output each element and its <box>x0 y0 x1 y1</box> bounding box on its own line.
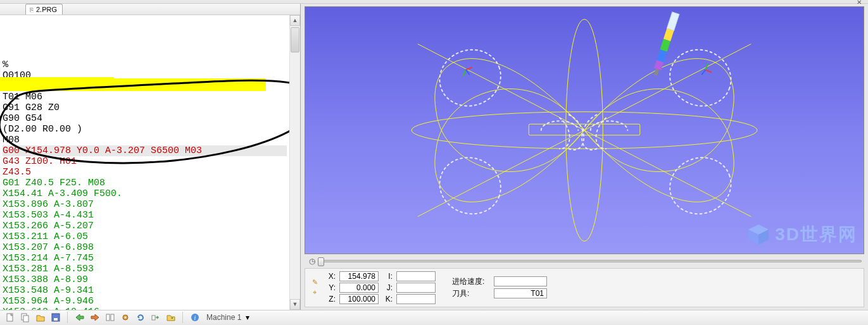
code-line[interactable]: X153.211 A-6.05 <box>3 231 287 242</box>
folder-send-icon[interactable] <box>165 311 177 324</box>
code-line[interactable]: X153.964 A-9.946 <box>3 296 287 307</box>
editor-tab-bar: ⎘ 2.PRG <box>0 4 300 15</box>
value-z: 100.000 <box>339 294 379 304</box>
copy-icon[interactable] <box>19 311 32 324</box>
readout-icons: ✎ ⌖ <box>310 278 319 297</box>
code-line[interactable]: X153.548 A-9.341 <box>3 285 287 296</box>
value-i <box>396 271 436 281</box>
svg-rect-32 <box>111 314 114 321</box>
code-line[interactable]: X153.612 A-10.416 <box>3 307 287 310</box>
status-bar: i Machine 1 ▾ <box>0 310 868 325</box>
value-tool: T01 <box>494 288 547 298</box>
setup-icon[interactable] <box>119 311 132 324</box>
save-icon[interactable] <box>49 311 62 324</box>
code-line[interactable]: G40 G49 G90 G54 G80 <box>3 81 287 92</box>
svg-point-7 <box>432 41 509 114</box>
window-top-strip: ✕ <box>0 0 868 4</box>
code-line[interactable]: X153.388 A-8.99 <box>3 274 287 285</box>
dropdown-icon[interactable]: ▾ <box>244 311 251 324</box>
compare-icon[interactable] <box>104 311 116 324</box>
code-line[interactable]: O0100 <box>3 70 287 81</box>
pin-icon: ⎘ <box>30 6 34 13</box>
viewport-scene <box>305 7 864 254</box>
label-z: Z: <box>325 295 336 304</box>
gcode-editor[interactable]: %O0100G40 G49 G90 G54 G80T01 M06G91 G28 … <box>0 15 289 310</box>
machine-label: Machine 1 <box>206 313 241 322</box>
code-line[interactable]: X153.214 A-7.745 <box>3 253 287 264</box>
origin-icon: ⌖ <box>310 288 319 297</box>
value-y: 0.000 <box>339 283 379 293</box>
editor-tab[interactable]: ⎘ 2.PRG <box>25 4 63 15</box>
code-line[interactable]: % <box>3 59 287 70</box>
svg-point-9 <box>432 149 509 223</box>
receive-icon[interactable] <box>89 311 101 324</box>
value-j <box>396 283 436 293</box>
editor-scrollbar[interactable]: ▲ ▼ <box>289 15 300 310</box>
svg-rect-17 <box>667 12 679 31</box>
svg-rect-22 <box>654 69 660 76</box>
tab-label: 2.PRG <box>36 6 57 13</box>
send-icon[interactable] <box>73 311 86 324</box>
timeline-thumb[interactable] <box>318 257 324 266</box>
svg-rect-18 <box>664 28 674 41</box>
value-k <box>396 294 436 304</box>
code-line[interactable]: G01 Z40.5 F25. M08 <box>3 178 287 188</box>
code-line[interactable]: Z43.5 <box>3 167 287 178</box>
code-wrap: %O0100G40 G49 G90 G54 G80T01 M06G91 G28 … <box>0 15 300 310</box>
code-line[interactable]: X153.503 A-4.431 <box>3 210 287 221</box>
panel-close-icon[interactable]: ✕ <box>857 0 865 5</box>
code-line[interactable]: X153.207 A-6.898 <box>3 242 287 253</box>
svg-rect-28 <box>23 316 28 322</box>
coordinate-readout: ✎ ⌖ X: 154.978 I: Y: 0.000 J: Z: 100.000… <box>305 268 864 307</box>
open-icon[interactable] <box>34 311 47 324</box>
svg-text:i: i <box>194 314 196 321</box>
code-line[interactable]: X153.896 A-3.807 <box>3 199 287 210</box>
transfer-icon[interactable] <box>149 311 162 324</box>
timeline-slider[interactable] <box>321 260 862 262</box>
scroll-down-icon[interactable]: ▼ <box>290 299 300 310</box>
svg-line-14 <box>705 70 712 72</box>
svg-rect-19 <box>660 39 670 51</box>
svg-rect-35 <box>152 316 155 320</box>
tool-icon: ✎ <box>310 278 319 287</box>
code-line[interactable]: G43 Z100. H01 <box>3 156 287 167</box>
timeline-slider-row: ◷ <box>301 255 868 267</box>
label-feedrate: 进给速度: <box>452 276 490 287</box>
label-i: I: <box>382 272 393 281</box>
info-icon[interactable]: i <box>189 311 201 324</box>
code-line[interactable]: X153.281 A-8.593 <box>3 264 287 274</box>
value-x: 154.978 <box>339 271 379 281</box>
svg-rect-31 <box>106 314 110 321</box>
label-tool: 刀具: <box>452 288 490 299</box>
code-line[interactable]: (D2.00 R0.00 ) <box>3 124 287 135</box>
main-split: ⎘ 2.PRG %O0100G40 G49 G90 G54 G80T01 M06… <box>0 4 868 310</box>
scroll-up-icon[interactable]: ▲ <box>290 15 300 26</box>
svg-point-8 <box>662 41 739 114</box>
code-line[interactable]: T01 M06 <box>3 92 287 102</box>
code-line[interactable]: X153.266 A-5.207 <box>3 221 287 231</box>
label-k: K: <box>382 295 393 304</box>
simulation-panel: 3D世界网 ◷ ✎ ⌖ X: 154.978 I: Y: 0.000 J: <box>301 4 868 310</box>
code-line[interactable]: G00 X154.978 Y0.0 A-3.207 S6500 M03 <box>3 145 287 156</box>
clock-icon: ◷ <box>307 256 317 266</box>
svg-line-12 <box>463 70 466 76</box>
label-x: X: <box>325 272 336 281</box>
svg-rect-6 <box>529 124 640 135</box>
scroll-track[interactable] <box>290 26 300 299</box>
refresh-icon[interactable] <box>134 311 147 324</box>
svg-point-34 <box>125 317 127 319</box>
code-line[interactable]: G90 G54 <box>3 113 287 124</box>
svg-line-16 <box>701 70 705 75</box>
label-j: J: <box>382 283 393 292</box>
code-panel: ⎘ 2.PRG %O0100G40 G49 G90 G54 G80T01 M06… <box>0 4 301 310</box>
new-file-icon[interactable] <box>4 311 16 324</box>
label-y: Y: <box>325 283 336 292</box>
svg-rect-30 <box>54 318 58 321</box>
code-line[interactable]: G91 G28 Z0 <box>3 102 287 113</box>
code-line[interactable]: X154.41 A-3.409 F500. <box>3 188 287 199</box>
value-feedrate <box>494 276 547 286</box>
scroll-thumb[interactable] <box>291 27 299 52</box>
svg-rect-20 <box>657 49 667 62</box>
3d-viewport[interactable]: 3D世界网 <box>305 6 864 254</box>
code-line[interactable]: M08 <box>3 135 287 145</box>
